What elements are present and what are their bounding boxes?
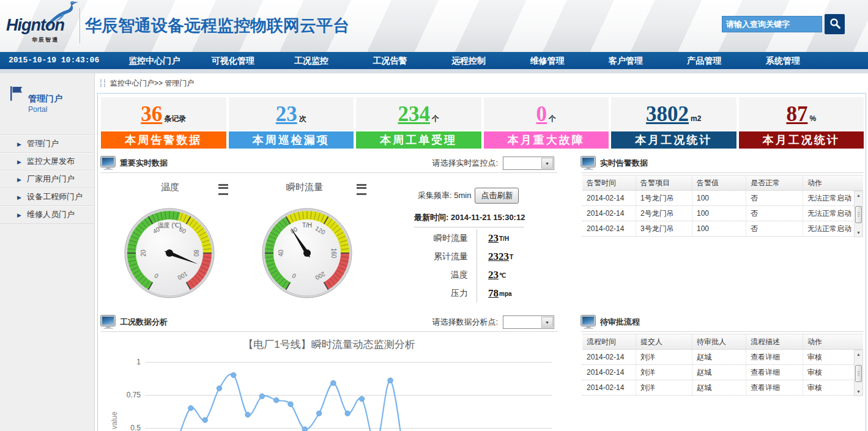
reading-row: 累计流量2323T [401,248,554,266]
gauge2-menu-icon[interactable] [357,184,366,195]
latest-time-line: 最新时间: 2014-11-21 15:30:12 [414,212,525,223]
stat-number-zone: 234个 [356,97,481,130]
stat-card-本月工况统计: 87%本月工况统计 [739,97,864,149]
table-cell: 刘洋 [636,365,692,380]
breadcrumb[interactable]: 监控中心门户>> 管理门户 [100,78,194,89]
scroll-up-icon[interactable]: ▲ [855,191,862,199]
stat-unit: 个 [432,114,439,124]
main-navbar: 2015-10-19 10:43:06 监控中心门户可视化管理工况监控工况告警远… [0,52,868,69]
stat-number-zone: 87% [739,97,864,130]
stat-unit: % [809,114,816,123]
reading-value-cell: 2323T [477,248,513,266]
table-cell: 否 [746,191,803,206]
sidebar-item-监控大屏发布[interactable]: ▶监控大屏发布 [0,153,94,171]
reading-label: 温度 [401,270,477,281]
section-title: 工况数据分析 [120,317,168,328]
reading-unit: mpa [499,290,512,297]
search-button[interactable] [825,14,845,34]
scroll-thumb[interactable] [855,206,862,223]
sidebar-menu: ▶管理门户▶监控大屏发布▶厂家用户门户▶设备工程师门户▶维修人员门户 [0,134,94,224]
table-cell: 无法正常启动 [803,221,854,237]
stat-value-link[interactable]: 36 [141,103,162,125]
nav-item-维修管理[interactable]: 维修管理 [508,52,586,69]
table-cell: 2号龙门吊 [636,206,692,221]
stat-value-link[interactable]: 23 [276,103,297,125]
app-root: Hignton 华辰智通 华辰智通设备远程监控物联网云平台 2015-10-19… [0,0,868,431]
realtime-point-select[interactable]: ▼ [503,157,554,170]
nav-item-工况告警[interactable]: 工况告警 [351,52,429,69]
scroll-down-icon[interactable]: ▼ [855,229,862,237]
stat-value-link[interactable]: 87 [786,103,807,125]
table-cell: 1号龙门吊 [636,191,692,206]
table-cell: 赵城 [692,380,746,396]
stat-value-link[interactable]: 0 [536,103,547,125]
stat-unit: m2 [691,114,701,123]
stat-value-link[interactable]: 3802 [646,103,689,125]
section-title: 待审批流程 [600,317,640,328]
table-row: 2014-02-142号龙门吊100否无法正常启动 [582,206,863,221]
temperature-gauge: 020406080100温度 (℃) [124,207,215,301]
table-row: 2014-02-14刘洋赵城查看详细审核 [582,350,863,365]
stat-card-本月重大故障: 0个本月重大故障 [484,97,609,149]
nav-item-客户管理[interactable]: 客户管理 [587,52,665,69]
scroll-up-icon[interactable]: ▲ [855,350,862,358]
table-header-cell: 告警值 [692,175,746,190]
reading-value: 2323 [488,251,509,263]
nav-item-工况监控[interactable]: 工况监控 [272,52,351,69]
collect-frequency-line: 采集频率: 5min 点击刷新 [418,188,519,204]
breadcrumb-icon [100,79,105,87]
alarms-table: 告警时间告警项目告警值是否正常动作2014-02-141号龙门吊100否无法正常… [582,175,863,237]
monitor-icon [101,315,115,326]
table-cell: 无法正常启动 [803,191,854,206]
top-header: Hignton 华辰智通 华辰智通设备远程监控物联网云平台 [0,0,868,52]
reading-value: 78 [488,287,499,300]
scroll-down-icon[interactable]: ▼ [855,388,862,396]
nav-item-系统管理[interactable]: 系统管理 [744,52,822,69]
sidebar-item-厂家用户门户[interactable]: ▶厂家用户门户 [0,171,94,188]
stat-label-bar: 本月工况统计 [739,131,864,149]
nav-item-可视化管理[interactable]: 可视化管理 [193,52,272,69]
table-scrollbar: ▲▼ [854,350,863,396]
triangle-right-icon: ▶ [17,177,21,183]
section-header-analysis: 工况数据分析 请选择数据分析点: ▼ [101,313,557,332]
reading-value-cell: 23℃ [477,266,506,284]
triangle-right-icon: ▶ [17,212,21,218]
sidebar: 管理门户 Portal ▶管理门户▶监控大屏发布▶厂家用户门户▶设备工程师门户▶… [0,73,95,431]
section-title: 重要实时数据 [120,158,168,169]
svg-text:T/H: T/H [302,222,312,229]
sidebar-item-维修人员门户[interactable]: ▶维修人员门户 [0,206,94,224]
table-cell: 审核 [803,365,854,380]
nav-item-远程控制[interactable]: 远程控制 [429,52,508,69]
reading-value: 23 [488,232,499,245]
table-cell: 否 [746,221,803,237]
table-cell: 赵城 [692,350,746,365]
nav-item-产品管理[interactable]: 产品管理 [665,52,743,69]
table-row: 2014-02-14刘洋赵城查看详细审核 [582,380,863,396]
section-header-approvals: 待审批流程 [581,313,864,332]
table-row: 2014-02-141号龙门吊100否无法正常启动 [582,191,863,206]
sidebar-title: 管理门户 [28,94,62,105]
refresh-button[interactable]: 点击刷新 [475,188,519,204]
table-cell: 100 [692,221,746,237]
table-header-cell: 告警时间 [582,175,636,190]
chevron-down-icon: ▼ [541,317,553,328]
gauge2-title: 瞬时流量 [274,182,335,193]
navbar-timestamp: 2015-10-19 10:43:06 [9,52,99,69]
nav-item-监控中心门户[interactable]: 监控中心门户 [115,52,193,69]
stat-card-本周巡检漏项: 23次本周巡检漏项 [229,97,354,149]
table-row: 2014-02-14刘洋赵城查看详细审核 [582,365,863,380]
gauge1-menu-icon[interactable] [218,184,228,195]
sidebar-item-设备工程师门户[interactable]: ▶设备工程师门户 [0,188,94,206]
scroll-thumb[interactable] [855,365,862,382]
analysis-point-select[interactable]: ▼ [503,315,554,329]
sidebar-item-管理门户[interactable]: ▶管理门户 [0,135,94,153]
monitor-icon [581,315,595,326]
search-input[interactable] [722,16,822,32]
reading-value-cell: 23T/H [477,229,509,248]
stats-row: 36条记录本周告警数据23次本周巡检漏项234个本周工单受理0个本月重大故障38… [101,97,864,149]
table-header-row: 流程时间提交人待审批人流程描述动作 [582,334,863,350]
divider [414,227,524,227]
stat-value-link[interactable]: 234 [398,103,431,125]
table-cell: 刘洋 [636,380,692,396]
sidebar-item-label: 维修人员门户 [27,210,75,219]
